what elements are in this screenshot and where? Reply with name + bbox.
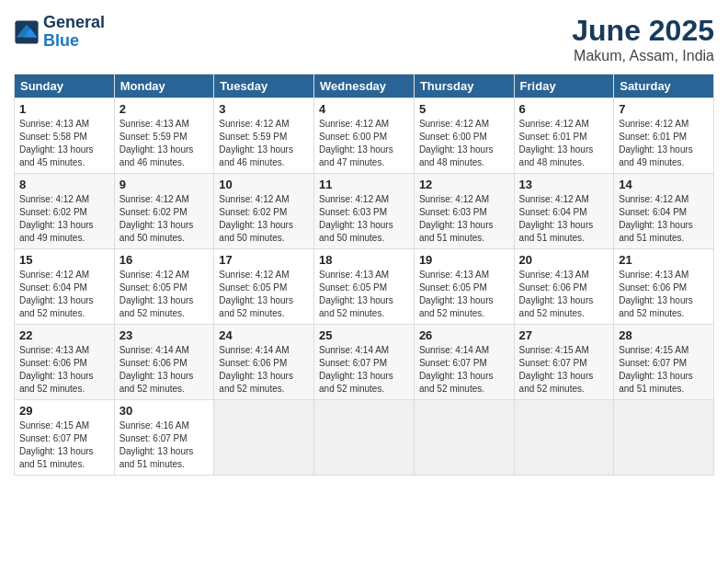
day-info: Sunrise: 4:12 AM Sunset: 6:04 PM Dayligh…	[19, 269, 109, 320]
day-info: Sunrise: 4:12 AM Sunset: 6:04 PM Dayligh…	[619, 193, 709, 245]
day-number: 29	[19, 404, 109, 418]
calendar-week-row: 15Sunrise: 4:12 AM Sunset: 6:04 PM Dayli…	[15, 249, 714, 325]
day-number: 11	[319, 178, 409, 191]
day-number: 8	[19, 178, 109, 191]
calendar-day-cell: 28Sunrise: 4:15 AM Sunset: 6:07 PM Dayli…	[614, 325, 714, 400]
day-number: 14	[619, 178, 709, 191]
day-info: Sunrise: 4:15 AM Sunset: 6:07 PM Dayligh…	[619, 344, 709, 396]
day-info: Sunrise: 4:12 AM Sunset: 6:02 PM Dayligh…	[19, 193, 109, 245]
weekday-header-cell: Saturday	[614, 75, 714, 98]
day-number: 15	[19, 253, 109, 267]
calendar-day-cell: 2Sunrise: 4:13 AM Sunset: 5:59 PM Daylig…	[114, 98, 214, 174]
calendar-day-cell: 8Sunrise: 4:12 AM Sunset: 6:02 PM Daylig…	[15, 174, 115, 249]
day-number: 9	[119, 178, 210, 191]
calendar-day-cell	[514, 400, 614, 476]
weekday-header-row: SundayMondayTuesdayWednesdayThursdayFrid…	[15, 75, 714, 98]
day-number: 12	[419, 178, 509, 191]
logo-line2: Blue	[43, 32, 105, 51]
weekday-header-cell: Sunday	[15, 75, 115, 98]
calendar-day-cell	[614, 400, 714, 476]
day-number: 10	[219, 178, 309, 191]
day-number: 23	[119, 328, 210, 342]
weekday-header-cell: Wednesday	[314, 75, 415, 98]
calendar-day-cell: 16Sunrise: 4:12 AM Sunset: 6:05 PM Dayli…	[114, 249, 214, 325]
calendar-day-cell: 14Sunrise: 4:12 AM Sunset: 6:04 PM Dayli…	[614, 174, 714, 249]
weekday-header-cell: Thursday	[414, 75, 514, 98]
day-info: Sunrise: 4:13 AM Sunset: 6:06 PM Dayligh…	[619, 269, 709, 320]
logo-text: General Blue	[43, 14, 105, 51]
day-number: 13	[519, 178, 609, 191]
day-number: 17	[219, 253, 309, 267]
day-info: Sunrise: 4:14 AM Sunset: 6:06 PM Dayligh…	[219, 344, 309, 396]
day-info: Sunrise: 4:13 AM Sunset: 6:06 PM Dayligh…	[19, 344, 109, 396]
day-number: 1	[19, 102, 109, 116]
logo: General Blue	[14, 14, 105, 51]
day-info: Sunrise: 4:13 AM Sunset: 6:05 PM Dayligh…	[419, 269, 509, 320]
calendar-day-cell: 5Sunrise: 4:12 AM Sunset: 6:00 PM Daylig…	[414, 98, 514, 174]
day-number: 6	[519, 102, 609, 116]
day-number: 4	[319, 102, 409, 116]
calendar-day-cell: 11Sunrise: 4:12 AM Sunset: 6:03 PM Dayli…	[314, 174, 415, 249]
day-info: Sunrise: 4:12 AM Sunset: 6:02 PM Dayligh…	[119, 193, 210, 245]
day-number: 18	[319, 253, 409, 267]
day-info: Sunrise: 4:12 AM Sunset: 6:01 PM Dayligh…	[519, 118, 609, 169]
day-info: Sunrise: 4:12 AM Sunset: 6:00 PM Dayligh…	[319, 118, 409, 169]
day-number: 5	[419, 102, 509, 116]
day-info: Sunrise: 4:16 AM Sunset: 6:07 PM Dayligh…	[119, 419, 210, 471]
day-info: Sunrise: 4:12 AM Sunset: 6:05 PM Dayligh…	[219, 269, 309, 320]
calendar-day-cell: 17Sunrise: 4:12 AM Sunset: 6:05 PM Dayli…	[214, 249, 314, 325]
weekday-header-cell: Friday	[514, 75, 614, 98]
calendar-day-cell: 12Sunrise: 4:12 AM Sunset: 6:03 PM Dayli…	[414, 174, 514, 249]
calendar-day-cell: 22Sunrise: 4:13 AM Sunset: 6:06 PM Dayli…	[15, 325, 115, 400]
day-number: 16	[119, 253, 210, 267]
day-info: Sunrise: 4:12 AM Sunset: 6:02 PM Dayligh…	[219, 193, 309, 245]
day-info: Sunrise: 4:13 AM Sunset: 6:05 PM Dayligh…	[319, 269, 409, 320]
day-number: 28	[619, 328, 709, 342]
day-number: 19	[419, 253, 509, 267]
calendar-week-row: 29Sunrise: 4:15 AM Sunset: 6:07 PM Dayli…	[15, 400, 714, 476]
calendar-day-cell: 18Sunrise: 4:13 AM Sunset: 6:05 PM Dayli…	[314, 249, 415, 325]
calendar-day-cell	[414, 400, 514, 476]
calendar-day-cell: 20Sunrise: 4:13 AM Sunset: 6:06 PM Dayli…	[514, 249, 614, 325]
calendar-day-cell: 29Sunrise: 4:15 AM Sunset: 6:07 PM Dayli…	[15, 400, 115, 476]
logo-line1: General	[43, 14, 105, 32]
month-title: June 2025	[572, 14, 714, 48]
calendar-day-cell: 21Sunrise: 4:13 AM Sunset: 6:06 PM Dayli…	[614, 249, 714, 325]
day-info: Sunrise: 4:12 AM Sunset: 6:00 PM Dayligh…	[419, 118, 509, 169]
day-info: Sunrise: 4:14 AM Sunset: 6:07 PM Dayligh…	[419, 344, 509, 396]
day-number: 3	[219, 102, 309, 116]
calendar-day-cell: 13Sunrise: 4:12 AM Sunset: 6:04 PM Dayli…	[514, 174, 614, 249]
day-info: Sunrise: 4:15 AM Sunset: 6:07 PM Dayligh…	[519, 344, 609, 396]
day-number: 20	[519, 253, 609, 267]
day-info: Sunrise: 4:13 AM Sunset: 6:06 PM Dayligh…	[519, 269, 609, 320]
title-area: June 2025 Makum, Assam, India	[572, 14, 714, 64]
calendar-day-cell	[214, 400, 314, 476]
calendar-day-cell: 7Sunrise: 4:12 AM Sunset: 6:01 PM Daylig…	[614, 98, 714, 174]
calendar-day-cell: 26Sunrise: 4:14 AM Sunset: 6:07 PM Dayli…	[414, 325, 514, 400]
day-number: 30	[119, 404, 210, 418]
calendar-day-cell	[314, 400, 415, 476]
calendar-day-cell: 30Sunrise: 4:16 AM Sunset: 6:07 PM Dayli…	[114, 400, 214, 476]
calendar-container: General Blue June 2025 Makum, Assam, Ind…	[0, 0, 728, 563]
day-info: Sunrise: 4:12 AM Sunset: 6:03 PM Dayligh…	[419, 193, 509, 245]
calendar-body: 1Sunrise: 4:13 AM Sunset: 5:58 PM Daylig…	[15, 98, 714, 476]
calendar-day-cell: 6Sunrise: 4:12 AM Sunset: 6:01 PM Daylig…	[514, 98, 614, 174]
location-subtitle: Makum, Assam, India	[572, 48, 714, 64]
day-number: 27	[519, 328, 609, 342]
day-number: 25	[319, 328, 409, 342]
calendar-day-cell: 23Sunrise: 4:14 AM Sunset: 6:06 PM Dayli…	[114, 325, 214, 400]
calendar-day-cell: 4Sunrise: 4:12 AM Sunset: 6:00 PM Daylig…	[314, 98, 415, 174]
calendar-week-row: 22Sunrise: 4:13 AM Sunset: 6:06 PM Dayli…	[15, 325, 714, 400]
day-number: 26	[419, 328, 509, 342]
day-info: Sunrise: 4:14 AM Sunset: 6:06 PM Dayligh…	[119, 344, 210, 396]
calendar-table: SundayMondayTuesdayWednesdayThursdayFrid…	[14, 74, 714, 476]
day-number: 24	[219, 328, 309, 342]
calendar-day-cell: 27Sunrise: 4:15 AM Sunset: 6:07 PM Dayli…	[514, 325, 614, 400]
day-info: Sunrise: 4:12 AM Sunset: 6:03 PM Dayligh…	[319, 193, 409, 245]
day-info: Sunrise: 4:12 AM Sunset: 6:05 PM Dayligh…	[119, 269, 210, 320]
calendar-week-row: 1Sunrise: 4:13 AM Sunset: 5:58 PM Daylig…	[15, 98, 714, 174]
day-info: Sunrise: 4:13 AM Sunset: 5:59 PM Dayligh…	[119, 118, 210, 169]
calendar-day-cell: 10Sunrise: 4:12 AM Sunset: 6:02 PM Dayli…	[214, 174, 314, 249]
calendar-day-cell: 19Sunrise: 4:13 AM Sunset: 6:05 PM Dayli…	[414, 249, 514, 325]
logo-icon	[14, 19, 40, 45]
